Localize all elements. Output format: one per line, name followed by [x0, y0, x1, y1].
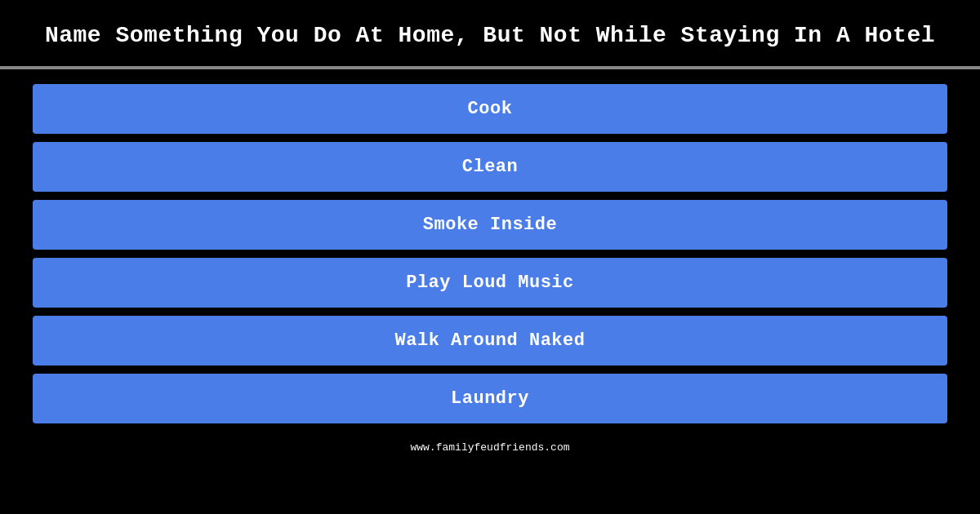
header: Name Something You Do At Home, But Not W…: [0, 0, 980, 66]
question-title: Name Something You Do At Home, But Not W…: [45, 23, 935, 48]
answer-bar-1[interactable]: Cook: [33, 84, 947, 134]
answer-label-6: Laundry: [451, 388, 529, 409]
answer-label-2: Clean: [462, 157, 519, 177]
answer-label-5: Walk Around Naked: [395, 330, 586, 351]
answer-bar-6[interactable]: Laundry: [33, 374, 947, 423]
answer-bar-5[interactable]: Walk Around Naked: [33, 316, 947, 366]
page-wrapper: Name Something You Do At Home, But Not W…: [0, 0, 980, 459]
footer: www.familyfeudfriends.com: [0, 432, 980, 459]
answer-label-1: Cook: [468, 99, 513, 119]
answer-bar-4[interactable]: Play Loud Music: [33, 258, 947, 308]
answer-label-3: Smoke Inside: [423, 215, 557, 235]
answers-container: Cook Clean Smoke Inside Play Loud Music …: [0, 69, 980, 432]
answer-bar-2[interactable]: Clean: [33, 142, 947, 192]
answer-label-4: Play Loud Music: [406, 273, 574, 293]
answer-bar-3[interactable]: Smoke Inside: [33, 200, 947, 250]
footer-url: www.familyfeudfriends.com: [410, 441, 569, 454]
